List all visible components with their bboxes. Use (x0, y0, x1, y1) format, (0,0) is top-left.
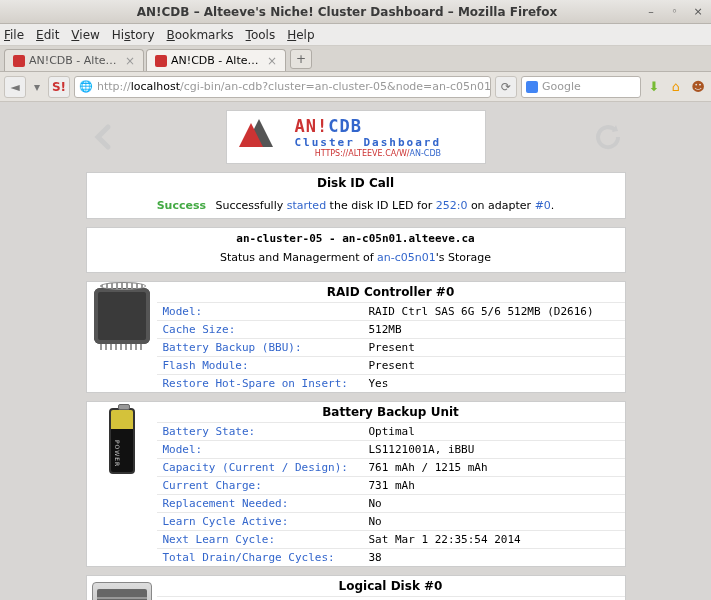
home-icon[interactable]: ⌂ (667, 78, 685, 96)
disk-array-icon (92, 582, 152, 600)
cluster-subtitle: Status and Managerment of an-c05n01's St… (87, 245, 625, 272)
menu-edit[interactable]: Edit (36, 28, 59, 42)
logo-text: AN!CDB Cluster Dashboard HTTPS://ALTEEVE… (295, 116, 442, 158)
table-row: Model:RAID Ctrl SAS 6G 5/6 512MB (D2616) (157, 303, 625, 321)
chip-icon (94, 288, 150, 344)
msg-part: the disk ID LED for (326, 199, 436, 212)
search-box[interactable]: Google (521, 76, 641, 98)
close-icon[interactable]: × (691, 5, 705, 18)
device-link[interactable]: 252:0 (436, 199, 468, 212)
table-row: Next Learn Cycle:Sat Mar 1 22:35:54 2014 (157, 531, 625, 549)
table-row: Cache Size:512MB (157, 321, 625, 339)
cluster-panel: an-cluster-05 - an-c05n01.alteeve.ca Sta… (86, 227, 626, 273)
table-row: Capacity (Current / Design):761 mAh / 12… (157, 459, 625, 477)
bbu-section: Battery Backup Unit Battery State:Optima… (86, 401, 626, 567)
menu-file[interactable]: File (4, 28, 24, 42)
raid-table: Model:RAID Ctrl SAS 6G 5/6 512MB (D2616)… (157, 302, 625, 392)
property-key: Model: (157, 303, 363, 321)
sub-text: Status and Managerment of (220, 251, 377, 264)
property-key: Total Drain/Charge Cycles: (157, 549, 363, 567)
property-value: No (362, 513, 624, 531)
property-value: 731 mAh (362, 477, 624, 495)
stumble-icon[interactable]: S! (48, 76, 70, 98)
logo[interactable]: AN!CDB Cluster Dashboard HTTPS://ALTEEVE… (226, 110, 486, 164)
disk-id-call-panel: Disk ID Call Success Successfully starte… (86, 172, 626, 219)
section-title: Logical Disk #0 (157, 576, 625, 596)
menu-history[interactable]: History (112, 28, 155, 42)
property-value: No (362, 495, 624, 513)
node-link[interactable]: an-c05n01 (377, 251, 436, 264)
table-row: Total Drain/Charge Cycles:38 (157, 549, 625, 567)
logical-disk-section: Logical Disk #0 State:OptimalBad Blocks … (86, 575, 626, 600)
menu-help[interactable]: Help (287, 28, 314, 42)
url-scheme: http:// (97, 80, 131, 93)
property-key: Battery Backup (BBU): (157, 339, 363, 357)
property-value: Present (362, 357, 624, 375)
property-value: Optimal (362, 597, 624, 601)
msg-part: Successfully (216, 199, 287, 212)
monkey-icon[interactable]: ☻ (689, 78, 707, 96)
menu-tools[interactable]: Tools (246, 28, 276, 42)
property-key: Battery State: (157, 423, 363, 441)
property-key: Flash Module: (157, 357, 363, 375)
property-key: Model: (157, 441, 363, 459)
back-button[interactable]: ◄ (4, 76, 26, 98)
tab-inactive[interactable]: AN!CDB - Alteeve's Niche! Clus… × (4, 49, 144, 71)
property-key: State: (157, 597, 363, 601)
property-key: Learn Cycle Active: (157, 513, 363, 531)
tab-close-icon[interactable]: × (267, 54, 277, 68)
reload-button[interactable]: ⟳ (495, 76, 517, 98)
toolbar: ◄ ▾ S! 🌐 http://localhost/cgi-bin/an-cdb… (0, 72, 711, 102)
tab-active[interactable]: AN!CDB - Alteeve's Niche! Clus… × (146, 49, 286, 71)
menu-view[interactable]: View (71, 28, 99, 42)
property-key: Capacity (Current / Design): (157, 459, 363, 477)
download-icon[interactable]: ⬇ (645, 78, 663, 96)
window-titlebar: AN!CDB – Alteeve's Niche! Cluster Dashbo… (0, 0, 711, 24)
cluster-header: an-cluster-05 - an-c05n01.alteeve.ca (87, 228, 625, 245)
url-bar[interactable]: 🌐 http://localhost/cgi-bin/an-cdb?cluste… (74, 76, 491, 98)
raid-controller-section: RAID Controller #0 Model:RAID Ctrl SAS 6… (86, 281, 626, 393)
property-value: RAID Ctrl SAS 6G 5/6 512MB (D2616) (362, 303, 624, 321)
tab-label: AN!CDB - Alteeve's Niche! Clus… (29, 54, 119, 67)
maximize-icon[interactable]: ◦ (668, 5, 682, 18)
status-message: Success Successfully started the disk ID… (87, 193, 625, 218)
globe-icon: 🌐 (79, 80, 93, 93)
property-value: Yes (362, 375, 624, 393)
property-value: Sat Mar 1 22:35:54 2014 (362, 531, 624, 549)
table-row: Replacement Needed:No (157, 495, 625, 513)
property-key: Replacement Needed: (157, 495, 363, 513)
table-row: State:Optimal (157, 597, 625, 601)
table-row: Restore Hot-Spare on Insert:Yes (157, 375, 625, 393)
url-path: /cgi-bin/an-cdb?cluster=an-cluster-05&no… (180, 80, 491, 93)
menu-bookmarks[interactable]: Bookmarks (167, 28, 234, 42)
page-viewport[interactable]: AN!CDB Cluster Dashboard HTTPS://ALTEEVE… (0, 102, 711, 600)
started-link[interactable]: started (287, 199, 326, 212)
bbu-table: Battery State:OptimalModel:LS1121001A, i… (157, 422, 625, 566)
minimize-icon[interactable]: – (644, 5, 658, 18)
back-arrow-icon[interactable] (86, 119, 122, 155)
property-key: Next Learn Cycle: (157, 531, 363, 549)
table-row: Current Charge:731 mAh (157, 477, 625, 495)
refresh-icon[interactable] (590, 119, 626, 155)
favicon-icon (155, 55, 167, 67)
property-key: Current Charge: (157, 477, 363, 495)
logo-url-suffix: AN-CDB (410, 149, 442, 158)
success-label: Success (157, 199, 212, 212)
ld-table: State:OptimalBad Blocks Exist:NoRAID Lev… (157, 596, 625, 600)
tab-bar: AN!CDB - Alteeve's Niche! Clus… × AN!CDB… (0, 46, 711, 72)
adapter-link[interactable]: #0 (535, 199, 551, 212)
google-icon (526, 81, 538, 93)
property-value: Optimal (362, 423, 624, 441)
table-row: Battery State:Optimal (157, 423, 625, 441)
property-value: 512MB (362, 321, 624, 339)
property-key: Restore Hot-Spare on Insert: (157, 375, 363, 393)
logo-line1a: AN! (295, 116, 329, 136)
property-value: Present (362, 339, 624, 357)
favicon-icon (13, 55, 25, 67)
logo-icon (235, 115, 287, 159)
table-row: Model:LS1121001A, iBBU (157, 441, 625, 459)
tab-close-icon[interactable]: × (125, 54, 135, 68)
tab-label: AN!CDB - Alteeve's Niche! Clus… (171, 54, 261, 67)
msg-part: . (551, 199, 555, 212)
new-tab-button[interactable]: + (290, 49, 312, 69)
